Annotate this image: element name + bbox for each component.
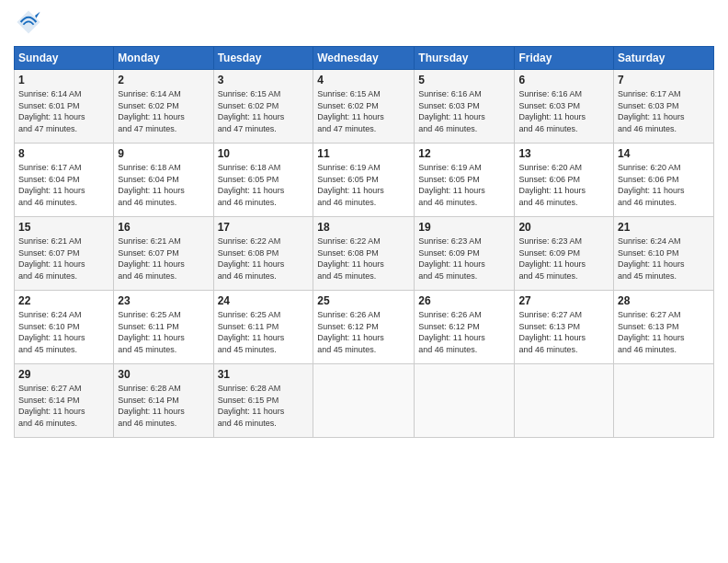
day-number: 11	[317, 147, 410, 160]
day-cell: 30Sunrise: 6:28 AM Sunset: 6:14 PM Dayli…	[114, 364, 213, 438]
day-number: 13	[518, 147, 609, 160]
day-info: Sunrise: 6:17 AM Sunset: 6:04 PM Dayligh…	[18, 162, 109, 208]
day-cell: 2Sunrise: 6:14 AM Sunset: 6:02 PM Daylig…	[114, 70, 213, 144]
day-number: 29	[18, 368, 109, 381]
column-header-thursday: Thursday	[415, 47, 515, 70]
day-number: 18	[317, 221, 410, 234]
day-info: Sunrise: 6:16 AM Sunset: 6:03 PM Dayligh…	[518, 88, 609, 134]
day-info: Sunrise: 6:28 AM Sunset: 6:14 PM Dayligh…	[118, 383, 209, 429]
day-number: 5	[418, 74, 510, 86]
day-number: 3	[218, 74, 310, 86]
day-info: Sunrise: 6:23 AM Sunset: 6:09 PM Dayligh…	[418, 236, 510, 282]
week-row-1: 1Sunrise: 6:14 AM Sunset: 6:01 PM Daylig…	[15, 70, 714, 144]
day-cell: 24Sunrise: 6:25 AM Sunset: 6:11 PM Dayli…	[213, 291, 313, 364]
day-info: Sunrise: 6:19 AM Sunset: 6:05 PM Dayligh…	[418, 162, 510, 208]
column-header-monday: Monday	[114, 47, 213, 70]
day-cell: 25Sunrise: 6:26 AM Sunset: 6:12 PM Dayli…	[313, 291, 415, 364]
day-number: 30	[118, 368, 209, 381]
day-info: Sunrise: 6:20 AM Sunset: 6:06 PM Dayligh…	[518, 162, 609, 208]
column-header-friday: Friday	[515, 47, 614, 70]
day-info: Sunrise: 6:22 AM Sunset: 6:08 PM Dayligh…	[317, 236, 410, 282]
day-number: 14	[618, 147, 710, 160]
column-header-wednesday: Wednesday	[313, 47, 415, 70]
day-info: Sunrise: 6:18 AM Sunset: 6:05 PM Dayligh…	[218, 162, 310, 208]
day-cell	[313, 364, 415, 438]
day-number: 7	[618, 74, 710, 86]
day-number: 12	[418, 147, 510, 160]
day-cell: 16Sunrise: 6:21 AM Sunset: 6:07 PM Dayli…	[114, 217, 213, 291]
day-cell: 7Sunrise: 6:17 AM Sunset: 6:03 PM Daylig…	[614, 70, 714, 144]
day-cell	[515, 364, 614, 438]
day-number: 1	[18, 74, 109, 86]
day-info: Sunrise: 6:16 AM Sunset: 6:03 PM Dayligh…	[418, 88, 510, 134]
day-info: Sunrise: 6:24 AM Sunset: 6:10 PM Dayligh…	[18, 309, 109, 355]
day-number: 24	[218, 294, 310, 307]
day-number: 31	[218, 368, 310, 381]
logo-icon	[16, 9, 41, 35]
day-number: 4	[317, 74, 410, 86]
day-info: Sunrise: 6:17 AM Sunset: 6:03 PM Dayligh…	[618, 88, 710, 134]
day-number: 15	[18, 221, 109, 234]
week-row-2: 8Sunrise: 6:17 AM Sunset: 6:04 PM Daylig…	[15, 144, 714, 217]
day-info: Sunrise: 6:15 AM Sunset: 6:02 PM Dayligh…	[317, 88, 410, 134]
day-cell: 19Sunrise: 6:23 AM Sunset: 6:09 PM Dayli…	[415, 217, 515, 291]
column-header-tuesday: Tuesday	[213, 47, 313, 70]
day-info: Sunrise: 6:28 AM Sunset: 6:15 PM Dayligh…	[218, 383, 310, 429]
day-number: 26	[418, 294, 510, 307]
day-cell: 5Sunrise: 6:16 AM Sunset: 6:03 PM Daylig…	[415, 70, 515, 144]
header	[14, 9, 714, 39]
day-cell: 9Sunrise: 6:18 AM Sunset: 6:04 PM Daylig…	[114, 144, 213, 217]
day-number: 28	[618, 294, 710, 307]
day-info: Sunrise: 6:27 AM Sunset: 6:13 PM Dayligh…	[618, 309, 710, 355]
week-row-3: 15Sunrise: 6:21 AM Sunset: 6:07 PM Dayli…	[15, 217, 714, 291]
day-info: Sunrise: 6:26 AM Sunset: 6:12 PM Dayligh…	[317, 309, 410, 355]
calendar-header: SundayMondayTuesdayWednesdayThursdayFrid…	[15, 47, 714, 70]
day-number: 22	[18, 294, 109, 307]
day-cell: 15Sunrise: 6:21 AM Sunset: 6:07 PM Dayli…	[15, 217, 114, 291]
day-cell: 28Sunrise: 6:27 AM Sunset: 6:13 PM Dayli…	[614, 291, 714, 364]
day-number: 6	[518, 74, 609, 86]
day-cell: 6Sunrise: 6:16 AM Sunset: 6:03 PM Daylig…	[515, 70, 614, 144]
day-cell: 17Sunrise: 6:22 AM Sunset: 6:08 PM Dayli…	[213, 217, 313, 291]
day-info: Sunrise: 6:26 AM Sunset: 6:12 PM Dayligh…	[418, 309, 510, 355]
day-number: 17	[218, 221, 310, 234]
day-info: Sunrise: 6:25 AM Sunset: 6:11 PM Dayligh…	[118, 309, 209, 355]
day-number: 8	[18, 147, 109, 160]
day-number: 27	[518, 294, 609, 307]
day-cell: 13Sunrise: 6:20 AM Sunset: 6:06 PM Dayli…	[515, 144, 614, 217]
day-info: Sunrise: 6:27 AM Sunset: 6:14 PM Dayligh…	[18, 383, 109, 429]
day-info: Sunrise: 6:24 AM Sunset: 6:10 PM Dayligh…	[618, 236, 710, 282]
day-cell: 23Sunrise: 6:25 AM Sunset: 6:11 PM Dayli…	[114, 291, 213, 364]
calendar-table: SundayMondayTuesdayWednesdayThursdayFrid…	[14, 46, 714, 438]
day-info: Sunrise: 6:19 AM Sunset: 6:05 PM Dayligh…	[317, 162, 410, 208]
day-info: Sunrise: 6:15 AM Sunset: 6:02 PM Dayligh…	[218, 88, 310, 134]
day-number: 10	[218, 147, 310, 160]
day-cell	[614, 364, 714, 438]
day-cell: 1Sunrise: 6:14 AM Sunset: 6:01 PM Daylig…	[15, 70, 114, 144]
day-number: 19	[418, 221, 510, 234]
day-info: Sunrise: 6:21 AM Sunset: 6:07 PM Dayligh…	[118, 236, 209, 282]
day-cell: 20Sunrise: 6:23 AM Sunset: 6:09 PM Dayli…	[515, 217, 614, 291]
column-header-sunday: Sunday	[15, 47, 114, 70]
day-number: 16	[118, 221, 209, 234]
day-cell: 4Sunrise: 6:15 AM Sunset: 6:02 PM Daylig…	[313, 70, 415, 144]
day-cell: 11Sunrise: 6:19 AM Sunset: 6:05 PM Dayli…	[313, 144, 415, 217]
day-number: 25	[317, 294, 410, 307]
logo	[14, 9, 41, 39]
day-cell: 10Sunrise: 6:18 AM Sunset: 6:05 PM Dayli…	[213, 144, 313, 217]
day-info: Sunrise: 6:27 AM Sunset: 6:13 PM Dayligh…	[518, 309, 609, 355]
day-number: 21	[618, 221, 710, 234]
day-info: Sunrise: 6:18 AM Sunset: 6:04 PM Dayligh…	[118, 162, 209, 208]
day-cell: 22Sunrise: 6:24 AM Sunset: 6:10 PM Dayli…	[15, 291, 114, 364]
day-info: Sunrise: 6:23 AM Sunset: 6:09 PM Dayligh…	[518, 236, 609, 282]
day-cell: 3Sunrise: 6:15 AM Sunset: 6:02 PM Daylig…	[213, 70, 313, 144]
day-cell: 26Sunrise: 6:26 AM Sunset: 6:12 PM Dayli…	[415, 291, 515, 364]
day-number: 20	[518, 221, 609, 234]
day-info: Sunrise: 6:21 AM Sunset: 6:07 PM Dayligh…	[18, 236, 109, 282]
day-cell: 31Sunrise: 6:28 AM Sunset: 6:15 PM Dayli…	[213, 364, 313, 438]
day-cell: 29Sunrise: 6:27 AM Sunset: 6:14 PM Dayli…	[15, 364, 114, 438]
page: SundayMondayTuesdayWednesdayThursdayFrid…	[0, 0, 728, 563]
week-row-5: 29Sunrise: 6:27 AM Sunset: 6:14 PM Dayli…	[15, 364, 714, 438]
day-info: Sunrise: 6:22 AM Sunset: 6:08 PM Dayligh…	[218, 236, 310, 282]
day-number: 9	[118, 147, 209, 160]
